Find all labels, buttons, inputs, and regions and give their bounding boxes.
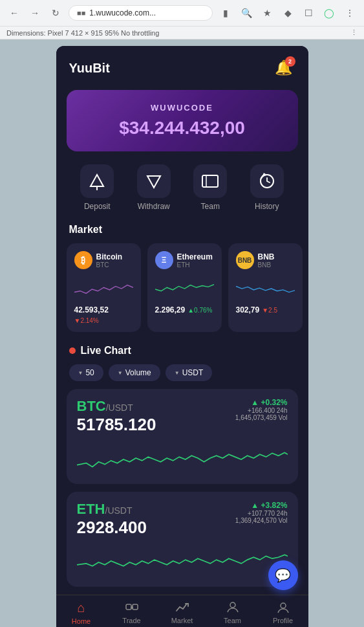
filter-top50-label: 50	[85, 368, 94, 377]
refresh-button[interactable]: ↻	[48, 5, 63, 21]
eth-icon: Ξ	[155, 251, 173, 269]
team-action[interactable]: Team	[193, 164, 227, 211]
nav-team[interactable]: Team	[208, 600, 258, 625]
btc-chart-change: ▲ +0.32%	[235, 398, 288, 407]
info-bar-text: Dimensions: Pixel 7 412 × 915 95% No thr…	[6, 29, 159, 37]
deposit-icon	[88, 172, 106, 190]
eth-sparkline	[77, 545, 288, 578]
nav-profile[interactable]: Profile	[258, 600, 308, 625]
eth-chart-price: 2928.400	[77, 518, 147, 538]
withdraw-action[interactable]: Withdraw	[137, 164, 171, 211]
btc-chart-vol: 1,645,073,459 Vol	[235, 414, 288, 421]
market-card-btc[interactable]: ₿ Bitcoin BTC 42.593,52 ▼2.14%	[67, 243, 141, 332]
profile-label: Profile	[273, 617, 293, 624]
svg-point-11	[281, 603, 286, 608]
nav-home[interactable]: ⌂ Home	[56, 600, 107, 625]
team-nav-icon	[226, 600, 240, 615]
bnb-change: ▼2.5	[262, 307, 277, 314]
btc-pair-base: BTC	[77, 398, 106, 414]
app-container: YuuBit 🔔 2 WUWUCODE $34.244.432,00 Depos…	[56, 46, 308, 627]
filter-usdt[interactable]: ▼ USDT	[166, 364, 213, 381]
eth-change: ▲0.76%	[187, 307, 212, 314]
history-icon-wrap	[250, 164, 284, 198]
market-card-bnb[interactable]: BNB BNB BNB 302,79 ▼2.5	[228, 243, 303, 332]
svg-rect-8	[133, 604, 138, 610]
btc-mini-chart	[74, 273, 133, 305]
eth-price: 2.296,29	[155, 305, 186, 314]
trade-icon	[125, 600, 139, 615]
team-icon	[201, 174, 219, 188]
eth-name: Ethereum	[177, 252, 213, 261]
forward-button[interactable]: →	[27, 5, 43, 21]
deposit-action[interactable]: Deposit	[80, 164, 114, 211]
extension-button[interactable]: ◆	[280, 5, 295, 21]
cast-button[interactable]: ▮	[218, 5, 233, 21]
notification-button[interactable]: 🔔 2	[272, 56, 295, 80]
team-icon-wrap	[193, 164, 227, 198]
svg-point-10	[230, 602, 235, 608]
history-icon	[259, 173, 275, 190]
notification-badge: 2	[285, 56, 295, 67]
market-title: Market	[56, 221, 308, 243]
home-label: Home	[72, 617, 91, 625]
bnb-mini-chart	[236, 273, 295, 305]
history-action[interactable]: History	[250, 164, 284, 211]
chat-fab-button[interactable]: 💬	[268, 560, 298, 590]
svg-marker-2	[147, 176, 160, 188]
trade-label: Trade	[122, 617, 140, 624]
back-button[interactable]: ←	[6, 5, 22, 21]
btc-sparkline	[77, 443, 288, 475]
svg-point-9	[131, 606, 133, 609]
nav-market[interactable]: Market	[157, 600, 208, 625]
btc-chart-card[interactable]: BTC/USDT 51785.120 ▲ +0.32% +166.400 24h…	[67, 389, 298, 484]
market-nav-icon	[175, 600, 189, 615]
history-label: History	[255, 202, 279, 211]
market-label: Market	[171, 617, 193, 624]
filter-top50[interactable]: ▼ 50	[69, 364, 103, 381]
bnb-symbol: BNB	[258, 261, 275, 269]
withdraw-label: Withdraw	[138, 202, 170, 211]
svg-rect-3	[202, 175, 218, 187]
bottom-nav: ⌂ Home Trade Market	[56, 595, 308, 627]
star-button[interactable]: ★	[259, 5, 275, 21]
tab-button[interactable]: ☐	[301, 5, 316, 21]
team-label: Team	[201, 202, 220, 211]
url-text: 1.wuwucode.com...	[89, 8, 156, 17]
nav-trade[interactable]: Trade	[107, 600, 157, 625]
app-header: YuuBit 🔔 2	[56, 46, 308, 87]
live-chart-title: Live Chart	[81, 345, 131, 357]
btc-icon: ₿	[74, 251, 92, 269]
eth-chart-change: ▲ +3.82%	[235, 501, 288, 510]
withdraw-icon	[145, 172, 163, 190]
deposit-icon-wrap	[80, 164, 114, 198]
bnb-price: 302,79	[236, 305, 260, 314]
svg-marker-0	[91, 175, 103, 186]
live-indicator	[69, 347, 76, 354]
btc-chart-price: 51785.120	[77, 415, 156, 435]
balance-amount: $34.244.432,00	[80, 118, 285, 138]
search-button[interactable]: 🔍	[239, 5, 254, 21]
filter-arrow-icon: ▼	[78, 370, 83, 376]
filter-usdt-label: USDT	[182, 368, 204, 377]
timer-icon: ◯	[321, 5, 337, 21]
settings-icon[interactable]: ⋮	[350, 28, 358, 37]
market-card-eth[interactable]: Ξ Ethereum ETH 2.296,29 ▲0.76%	[147, 243, 222, 332]
balance-card: WUWUCODE $34.244.432,00	[67, 90, 298, 151]
eth-pair-quote: /USDT	[105, 505, 133, 516]
live-chart-header: Live Chart	[56, 342, 308, 364]
address-bar[interactable]: ■■ 1.wuwucode.com...	[69, 5, 213, 21]
eth-chart-card[interactable]: ETH/USDT 2928.400 ▲ +3.82% +107.770 24h …	[67, 492, 298, 587]
filter-volume[interactable]: ▼ Volume	[109, 364, 160, 381]
menu-button[interactable]: ⋮	[342, 5, 358, 21]
profile-icon	[276, 600, 290, 615]
bnb-icon: BNB	[236, 251, 254, 269]
eth-symbol: ETH	[177, 261, 213, 269]
team-nav-label: Team	[224, 617, 241, 624]
btc-name: Bitcoin	[96, 252, 123, 261]
btc-chart-24h: +166.400 24h	[235, 407, 288, 414]
btc-change: ▼2.14%	[74, 317, 99, 324]
info-bar: Dimensions: Pixel 7 412 × 915 95% No thr…	[0, 27, 364, 39]
eth-chart-24h: +107.770 24h	[235, 510, 288, 517]
app-title: YuuBit	[69, 61, 110, 76]
btc-symbol: BTC	[96, 261, 123, 269]
